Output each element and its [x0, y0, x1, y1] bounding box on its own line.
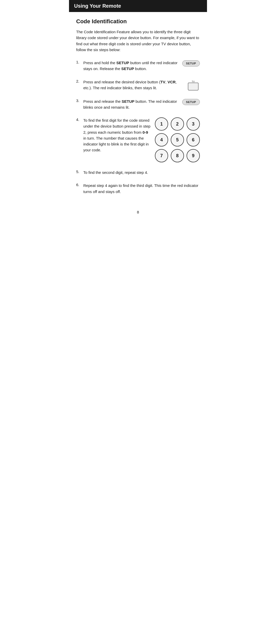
step-1-number: 1.: [76, 60, 83, 64]
step-3: 3. Press and release the SETUP button. T…: [76, 98, 200, 110]
num-btn-3: 3: [187, 117, 200, 131]
step-2-number: 2.: [76, 79, 83, 83]
num-btn-6: 6: [187, 133, 200, 146]
step-4-number: 4.: [76, 117, 83, 122]
num-btn-7: 7: [155, 149, 168, 162]
step-3-icon: SETUP: [182, 98, 200, 105]
step-1: 1. Press and hold the SETUP button until…: [76, 60, 200, 72]
step-2-icon: TV: [187, 79, 200, 91]
step-2-bold-tv: TV: [160, 80, 165, 84]
numpad-grid: 1 2 3 4 5 6 7 8 9: [155, 117, 200, 162]
step-6: 6. Repeat step 4 again to find the third…: [76, 183, 200, 195]
num-btn-5: 5: [171, 133, 184, 146]
num-btn-4: 4: [155, 133, 168, 146]
step-4-layout: To find the first digit for the code sto…: [83, 117, 200, 162]
num-btn-2: 2: [171, 117, 184, 131]
step-5-content: To find the second digit, repeat step 4.: [83, 170, 200, 175]
step-6-content: Repeat step 4 again to find the third di…: [83, 183, 200, 195]
page-header: Using Your Remote: [69, 0, 207, 12]
step-2-content: Press and release the desired device but…: [83, 79, 183, 91]
step-1-icon: SETUP: [182, 60, 200, 66]
setup-button-icon: SETUP: [182, 60, 200, 66]
steps-list: 1. Press and hold the SETUP button until…: [76, 60, 200, 195]
step-1-bold-setup: SETUP: [116, 61, 129, 65]
step-4: 4. To find the first digit for the code …: [76, 117, 200, 162]
step-4-bold-09: 0-9: [143, 130, 148, 134]
setup-button-icon-2: SETUP: [182, 99, 200, 105]
page-title: Using Your Remote: [74, 3, 202, 9]
page-content: Code Identification The Code Identificat…: [69, 18, 207, 214]
num-btn-9: 9: [187, 149, 200, 162]
section-title: Code Identification: [76, 18, 200, 25]
svg-text:TV: TV: [192, 80, 195, 83]
tv-button-icon: TV: [187, 80, 200, 91]
step-1-bold-setup2: SETUP: [121, 66, 134, 71]
step-3-bold-setup: SETUP: [122, 99, 134, 104]
page-number: 8: [137, 210, 139, 214]
num-btn-1: 1: [155, 117, 168, 131]
step-2: 2. Press and release the desired device …: [76, 79, 200, 91]
intro-paragraph: The Code Identification Feature allows y…: [76, 29, 200, 53]
step-4-content: To find the first digit for the code sto…: [83, 117, 152, 153]
step-3-content: Press and release the SETUP button. The …: [83, 98, 179, 110]
page-footer: 8: [76, 210, 200, 214]
step-5-number: 5.: [76, 170, 83, 174]
step-2-bold-vcr: VCR: [167, 80, 176, 84]
step-5: 5. To find the second digit, repeat step…: [76, 170, 200, 175]
step-3-number: 3.: [76, 98, 83, 103]
step-1-content: Press and hold the SETUP button until th…: [83, 60, 179, 72]
step-6-number: 6.: [76, 183, 83, 187]
num-btn-8: 8: [171, 149, 184, 162]
